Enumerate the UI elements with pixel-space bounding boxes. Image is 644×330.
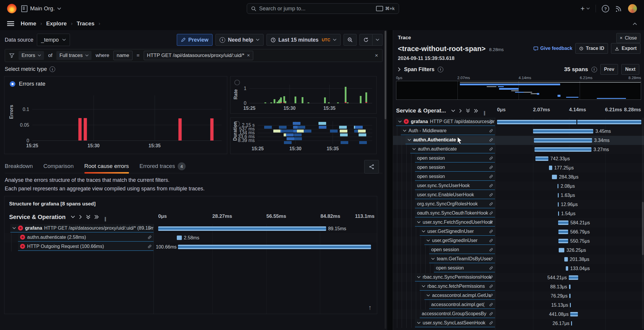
column-resize-handle[interactable]: ∥ (483, 110, 486, 116)
trace-id-button[interactable]: Trace ID (575, 43, 608, 54)
news-rss-icon[interactable] (615, 5, 622, 12)
link-icon[interactable] (148, 244, 152, 249)
collapse-row-icon[interactable] (451, 110, 455, 112)
link-icon[interactable] (489, 257, 493, 261)
avatar[interactable] (628, 4, 637, 13)
span-row[interactable]: grafanaHTTP GET /api/datasources/proxy/u… (4, 224, 377, 233)
span-bar[interactable] (535, 147, 591, 152)
share-button[interactable] (364, 160, 379, 174)
link-icon[interactable] (489, 211, 493, 215)
prev-button[interactable]: Prev (600, 64, 618, 75)
column-resize-handle[interactable]: ∥ (104, 216, 107, 222)
info-icon[interactable] (591, 67, 597, 72)
chevron-down-icon[interactable] (426, 239, 430, 242)
link-icon[interactable] (489, 303, 493, 307)
span-bar[interactable] (569, 275, 578, 280)
span-row[interactable]: grafanaHTTP GET /api/datasources/pr (393, 117, 644, 127)
metric-select[interactable]: Errors (19, 51, 44, 60)
link-icon[interactable] (489, 138, 493, 142)
span-bar[interactable] (552, 175, 557, 179)
span-row[interactable]: user.GetSignedInUser566.79μs (393, 227, 644, 236)
span-row[interactable]: open session133.04μs (393, 264, 644, 273)
link-icon[interactable] (489, 129, 493, 133)
breadcrumb-home[interactable]: Home (21, 20, 36, 27)
span-name-cell[interactable]: authn.authenticate (2.58ms) (18, 233, 153, 242)
span-name-cell[interactable]: user.sync.SyncUserHook (415, 182, 495, 190)
collapse-all-icon[interactable] (466, 109, 470, 113)
span-name-cell[interactable]: user.sync.EnableUserHook (415, 191, 495, 199)
span-name-cell[interactable]: rbac.sync.fetchPermissions (420, 282, 495, 291)
span-name-cell[interactable]: accesscontrol.GroupScopesBy (420, 310, 495, 318)
breadcrumb-traces[interactable]: Traces (77, 20, 94, 27)
span-bar[interactable] (570, 312, 578, 316)
span-row[interactable]: open session177.25μs (393, 163, 644, 172)
link-icon[interactable] (489, 147, 493, 151)
chevron-down-icon[interactable] (12, 227, 16, 229)
chevron-right-icon[interactable] (398, 67, 401, 71)
span-bar[interactable] (558, 239, 568, 243)
span-row[interactable]: authn.authenticate3.27ms (393, 145, 644, 154)
span-name-cell[interactable]: authn.authenticate (410, 145, 495, 153)
remove-filter-icon[interactable]: × (247, 53, 250, 58)
need-help-button[interactable]: Need help (215, 34, 264, 46)
span-row[interactable]: open session742.33μs (393, 154, 644, 163)
filter-field-chip[interactable]: name (113, 51, 133, 60)
span-row[interactable]: user.getSignedInUser550.75μs (393, 236, 644, 246)
span-row[interactable]: user.sync.EnableUserHook1.63μs (393, 191, 644, 200)
time-range-picker[interactable]: Last 15 minutes UTC (267, 34, 341, 46)
zoom-out-button[interactable] (344, 34, 357, 46)
scroll-top-icon[interactable]: ↑ (368, 304, 372, 311)
span-bar[interactable] (549, 166, 552, 170)
span-row[interactable]: Auth - Middleware3.45ms (393, 127, 644, 136)
link-icon[interactable] (489, 229, 493, 233)
span-bar[interactable] (158, 226, 326, 231)
span-bar[interactable] (558, 184, 558, 188)
right-scrollbar[interactable] (642, 117, 644, 329)
span-name-cell[interactable]: grafanaHTTP GET /api/datasources/proxy/u… (10, 224, 153, 233)
span-bar[interactable] (534, 138, 592, 143)
span-name-cell[interactable]: open session (434, 264, 495, 272)
link-icon[interactable] (489, 266, 493, 270)
span-bar[interactable] (569, 285, 571, 289)
span-name-cell[interactable]: open session (415, 172, 495, 181)
data-source-picker[interactable]: _tempo (37, 34, 70, 46)
span-name-cell[interactable]: HTTP Outgoing Request (100.66ms) (18, 242, 153, 251)
tab-errored-traces[interactable]: Errored traces4 (140, 159, 186, 173)
span-name-cell[interactable]: user.getSignedInUser (424, 236, 495, 245)
trace-minimap[interactable] (396, 81, 641, 100)
span-row[interactable]: open session284.38μs (393, 172, 644, 182)
chevron-down-icon[interactable] (417, 221, 421, 223)
span-name-cell[interactable]: user.sync.FetchSyncedUserHook (415, 218, 495, 227)
span-name-cell[interactable]: grafanaHTTP GET /api/datasources/pr (396, 117, 495, 126)
link-icon[interactable] (148, 226, 152, 230)
span-row[interactable]: accesscontrol.GroupScopesBy441.08μs (393, 310, 644, 319)
chevron-down-icon[interactable] (422, 285, 425, 287)
clear-filters-icon[interactable]: × (375, 52, 378, 59)
errors-rate-radio[interactable] (10, 81, 15, 87)
expand-row-icon[interactable] (459, 109, 462, 113)
tab-comparison[interactable]: Comparison (43, 159, 73, 173)
traces-select[interactable]: Full traces (56, 51, 91, 60)
org-switcher[interactable]: Main Org. (21, 5, 61, 12)
link-icon[interactable] (489, 165, 493, 169)
span-bar[interactable] (569, 294, 571, 298)
chevron-down-icon[interactable] (431, 258, 435, 260)
span-bar[interactable] (497, 120, 641, 124)
span-bar[interactable] (533, 129, 593, 133)
span-name-cell[interactable]: authn.Authenticate (406, 136, 495, 144)
search-input[interactable]: Search or jump to... ⌘+k (247, 3, 399, 14)
span-bar[interactable] (571, 321, 572, 326)
menu-icon[interactable] (7, 21, 14, 26)
info-icon[interactable] (50, 66, 55, 72)
link-icon[interactable] (489, 284, 493, 288)
span-row[interactable]: org.sync.SyncOrgRolesHook12.96μs (393, 200, 644, 209)
span-name-cell[interactable]: rbac.sync.SyncPermissionsHook (415, 273, 495, 282)
span-name-cell[interactable]: open session (415, 163, 495, 172)
rate-radio[interactable] (234, 80, 240, 85)
chevron-down-icon[interactable] (426, 294, 430, 297)
tab-breakdown[interactable]: Breakdown (5, 159, 33, 173)
span-row[interactable]: team.GetTeamIDsByUser201.38μs (393, 255, 644, 264)
span-bar[interactable] (559, 248, 564, 252)
span-row[interactable]: accesscontrol.acimpl.get(15.13μs (393, 300, 644, 310)
link-icon[interactable] (489, 293, 493, 298)
